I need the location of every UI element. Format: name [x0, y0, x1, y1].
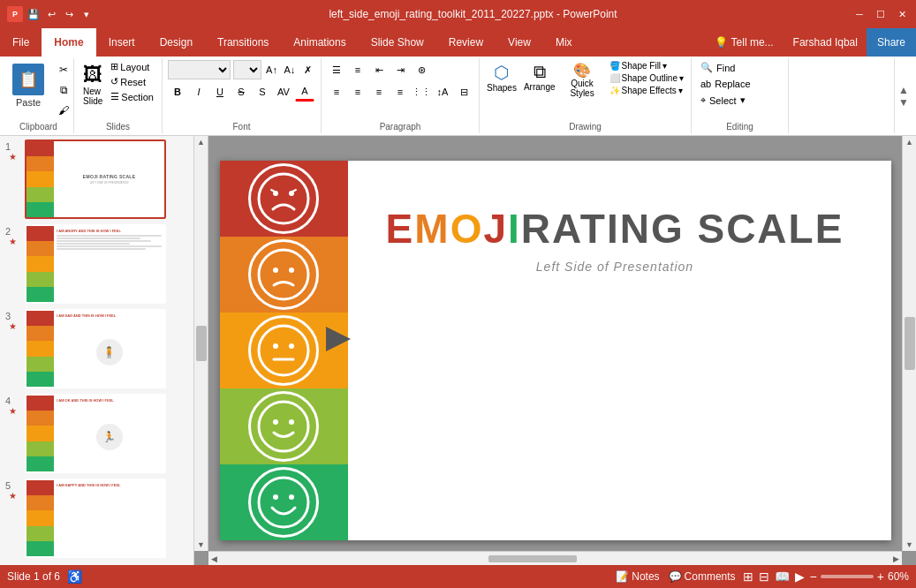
- cut-button[interactable]: ✂: [51, 60, 76, 79]
- copy-button[interactable]: ⧉: [51, 80, 76, 100]
- tab-mix[interactable]: Mix: [543, 28, 585, 57]
- close-btn[interactable]: ✕: [895, 7, 909, 21]
- shape-outline-chevron[interactable]: ▾: [679, 73, 684, 83]
- vertical-scrollbar[interactable]: ▲ ▼: [194, 136, 208, 551]
- scroll-left-arrow[interactable]: ◀: [208, 554, 220, 563]
- tab-animations[interactable]: Animations: [281, 28, 358, 57]
- tell-me-input[interactable]: 💡 Tell me...: [704, 36, 784, 49]
- select-chevron[interactable]: ▾: [740, 94, 746, 106]
- zoom-slider[interactable]: [821, 575, 874, 578]
- shape-fill-button[interactable]: 🪣 Shape Fill ▾: [608, 60, 685, 72]
- scroll-up-arrow-r[interactable]: ▲: [905, 138, 913, 147]
- shape-effects-button[interactable]: ✨ Shape Effects ▾: [608, 85, 685, 96]
- decrease-font-btn[interactable]: A↓: [282, 60, 297, 79]
- italic-button[interactable]: I: [189, 82, 208, 102]
- customize-quick-btn[interactable]: ▾: [79, 7, 94, 21]
- paste-button[interactable]: 📋 Paste: [9, 60, 48, 111]
- font-size-select[interactable]: [233, 60, 261, 79]
- status-right: ⊞ ⊟ 📖 ▶ − + 60%: [743, 569, 909, 584]
- scroll-thumb-r[interactable]: [905, 317, 915, 370]
- reading-view-btn[interactable]: 📖: [775, 569, 790, 584]
- increase-indent-btn[interactable]: ⇥: [390, 60, 410, 79]
- scroll-down-arrow[interactable]: ▼: [197, 540, 205, 549]
- align-right-btn[interactable]: ≡: [369, 82, 389, 102]
- scroll-right-arrow[interactable]: ▶: [890, 554, 902, 563]
- increase-font-btn[interactable]: A↑: [264, 60, 279, 79]
- font-color-button[interactable]: A: [295, 82, 314, 102]
- normal-view-btn[interactable]: ⊞: [743, 569, 753, 584]
- save-quick-btn[interactable]: 💾: [26, 7, 41, 21]
- justify-btn[interactable]: ≡: [390, 82, 410, 102]
- zoom-in-btn[interactable]: +: [877, 569, 884, 584]
- clear-format-btn[interactable]: ✗: [300, 60, 315, 79]
- right-scrollbar[interactable]: ▲ ▼: [902, 136, 916, 551]
- tab-file[interactable]: File: [0, 28, 42, 57]
- slide-thumbnail-5[interactable]: I AM HAPPY AND THIS IS HOW I FEEL: [25, 479, 166, 558]
- slide-thumbnail-3[interactable]: I AM SAD AND THIS IS HOW I FEEL 🧍: [25, 309, 166, 388]
- tab-design[interactable]: Design: [148, 28, 205, 57]
- slideshow-btn[interactable]: ▶: [795, 569, 805, 584]
- shape-outline-button[interactable]: ⬜ Shape Outline ▾: [608, 72, 685, 84]
- scroll-down-arrow-r[interactable]: ▼: [905, 540, 913, 549]
- replace-button[interactable]: ab Replace: [697, 77, 754, 91]
- quick-styles-button[interactable]: 🎨 Quick Styles: [561, 60, 604, 100]
- undo-quick-btn[interactable]: ↩: [44, 7, 58, 21]
- select-button[interactable]: ⌖ Select ▾: [697, 93, 754, 108]
- slide-thumbnail-4[interactable]: I AM OK AND THIS IS HOW I FEEL 🏃: [25, 394, 166, 473]
- tab-transitions[interactable]: Transitions: [205, 28, 281, 57]
- text-direction-btn[interactable]: ↕A: [433, 82, 452, 102]
- scroll-up-arrow[interactable]: ▲: [197, 138, 205, 147]
- tab-insert[interactable]: Insert: [96, 28, 148, 57]
- strikethrough-button[interactable]: S: [231, 82, 251, 102]
- notes-button[interactable]: 📝 Notes: [616, 570, 659, 583]
- align-center-btn[interactable]: ≡: [348, 82, 367, 102]
- tab-slideshow[interactable]: Slide Show: [359, 28, 436, 57]
- bold-button[interactable]: B: [168, 82, 187, 102]
- format-painter-button[interactable]: 🖌: [51, 101, 76, 120]
- new-slide-button[interactable]: 🖼 NewSlide: [79, 60, 106, 109]
- tab-review[interactable]: Review: [436, 28, 496, 57]
- slide-thumbnail-2[interactable]: I AM ANGRY AND THIS IS HOW I FEEL: [25, 224, 166, 304]
- bullets-button[interactable]: ☰: [327, 60, 346, 79]
- slide-4-title: I AM OK AND THIS IS HOW I FEEL: [57, 398, 162, 403]
- columns-btn[interactable]: ⋮⋮: [412, 82, 431, 102]
- zoom-out-btn[interactable]: −: [810, 569, 817, 584]
- slide-main-title: EMOJI RATING SCALE: [386, 205, 844, 253]
- shape-fill-chevron[interactable]: ▾: [662, 61, 667, 71]
- accessibility-icon[interactable]: ♿: [67, 569, 82, 584]
- section-button[interactable]: ☰ Section: [108, 90, 156, 103]
- align-text-btn[interactable]: ⊟: [454, 82, 473, 102]
- reset-button[interactable]: ↺ Reset: [108, 75, 156, 88]
- slide-thumb-2[interactable]: 2 ★ I AM ANGRY AND THIS IS HOW I FEEL: [5, 224, 188, 304]
- align-left-btn[interactable]: ≡: [327, 82, 346, 102]
- arrange-button[interactable]: ⧉ Arrange: [522, 60, 557, 94]
- maximize-btn[interactable]: ☐: [874, 7, 888, 21]
- char-spacing-btn[interactable]: AV: [274, 82, 293, 102]
- slide-thumb-4[interactable]: 4 ★ I AM OK AND THIS IS HOW I FEEL: [5, 394, 188, 473]
- slide-sorter-btn[interactable]: ⊟: [759, 569, 769, 584]
- shapes-button[interactable]: ⬡ Shapes: [485, 60, 519, 94]
- shadow-button[interactable]: S: [253, 82, 272, 102]
- slide-thumb-1[interactable]: 1 ★ EMOJI RATING SCALE LEFT SIDE OF PRES…: [5, 139, 188, 219]
- slide-thumb-5[interactable]: 5 ★ I AM HAPPY AND THIS IS HOW I FEEL: [5, 479, 188, 558]
- scroll-thumb-h[interactable]: [488, 555, 577, 562]
- smart-art-btn[interactable]: ⊛: [412, 60, 431, 79]
- horizontal-scrollbar[interactable]: ◀ ▶: [208, 551, 902, 565]
- ribbon-scroll-btn[interactable]: ▲▼: [894, 58, 912, 133]
- numbering-button[interactable]: ≡: [348, 60, 367, 79]
- decrease-indent-btn[interactable]: ⇤: [369, 60, 389, 79]
- scroll-thumb-v[interactable]: [196, 326, 207, 361]
- share-button[interactable]: Share: [867, 28, 916, 57]
- find-button[interactable]: 🔍 Find: [697, 60, 754, 75]
- underline-button[interactable]: U: [210, 82, 230, 102]
- font-family-select[interactable]: [168, 60, 231, 79]
- minimize-btn[interactable]: ─: [852, 7, 867, 21]
- slide-thumb-3[interactable]: 3 ★ I AM SAD AND THIS IS HOW I FEEL: [5, 309, 188, 388]
- layout-button[interactable]: ⊞ Layout: [108, 60, 156, 73]
- tab-home[interactable]: Home: [42, 28, 95, 57]
- shape-effects-chevron[interactable]: ▾: [678, 86, 683, 95]
- tab-view[interactable]: View: [496, 28, 543, 57]
- redo-quick-btn[interactable]: ↪: [62, 7, 76, 21]
- slide-thumbnail-1[interactable]: EMOJI RATING SCALE LEFT SIDE OF PRESENTA…: [25, 139, 166, 219]
- comments-button[interactable]: 💬 Comments: [669, 570, 736, 583]
